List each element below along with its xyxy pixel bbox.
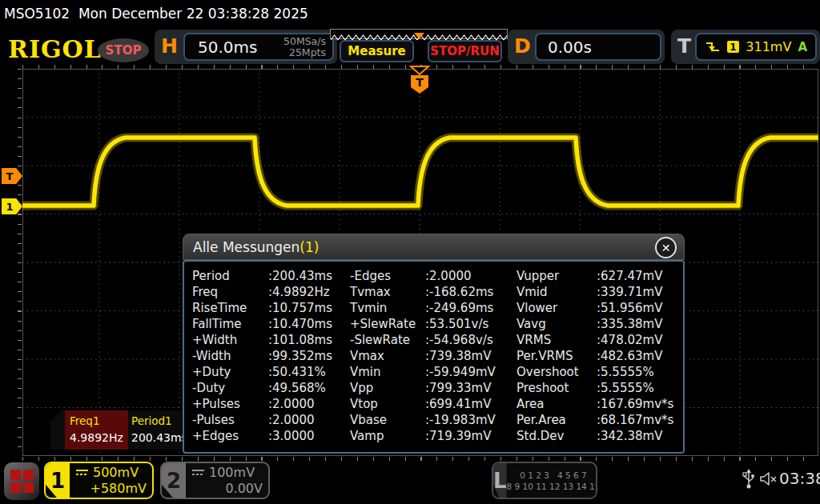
measurement-label: Tvmin bbox=[350, 301, 425, 315]
measurement-label: -Pulses bbox=[192, 413, 268, 427]
measurement-value: :342.38mV bbox=[597, 429, 662, 443]
measurement-row: Std.Dev:342.38mV bbox=[517, 429, 673, 445]
measurement-slot-period1[interactable]: Period1 200.43ms bbox=[128, 410, 183, 450]
channel1-status[interactable]: 1 500mV +580mV bbox=[44, 462, 154, 499]
measurement-slot-name: Period1 bbox=[131, 414, 183, 427]
measurement-label: Vtop bbox=[350, 397, 425, 411]
measurement-value: :-19.983mV bbox=[425, 413, 496, 427]
measurement-value: :719.39mV bbox=[425, 429, 491, 443]
measurement-label: Overshoot bbox=[517, 365, 597, 379]
measurement-label: -Edges bbox=[350, 269, 425, 283]
horizontal-timebase-box[interactable]: H 50.0ms 50MSa/s 25Mpts bbox=[155, 30, 337, 64]
status-clock: 03:38 bbox=[779, 469, 820, 488]
measurement-row: -Edges:2.0000 bbox=[350, 269, 496, 285]
logic-row-1: 0 1 2 3 4 5 6 7 bbox=[507, 470, 597, 481]
channel2-status[interactable]: 2 100mV 0.00V bbox=[160, 462, 270, 499]
measurement-label: Vupper bbox=[517, 269, 597, 283]
dc-coupling-icon bbox=[191, 469, 205, 477]
measurement-label: Vlower bbox=[517, 301, 597, 315]
measurement-row: -Duty:49.568% bbox=[192, 381, 332, 397]
measurement-value: :99.352ms bbox=[268, 349, 332, 363]
measurement-value: :-168.62ms bbox=[425, 285, 493, 299]
horizontal-delay-box[interactable]: D 0.00s bbox=[508, 30, 665, 64]
measurement-column-1: Period:200.43msFreq:4.9892HzRiseTime:10.… bbox=[192, 269, 332, 445]
measurement-label: Vmax bbox=[350, 349, 425, 363]
measurement-label: VRMS bbox=[517, 333, 597, 347]
measurement-value: :2.0000 bbox=[268, 413, 315, 427]
h-label: H bbox=[161, 34, 178, 58]
trigger-box[interactable]: T 1 311mV A bbox=[671, 30, 820, 64]
measurement-row: Area:167.69mv*s bbox=[517, 397, 673, 413]
sample-rate-depth: 50MSa/s 25Mpts bbox=[283, 36, 332, 58]
measurement-label: Freq bbox=[192, 285, 268, 299]
measurement-row: +Edges:3.0000 bbox=[192, 429, 332, 445]
measurement-value: :10.757ms bbox=[268, 301, 332, 315]
measurement-row: -SlewRate:-54.968v/s bbox=[350, 333, 496, 349]
measurement-slot-value: 200.43ms bbox=[131, 431, 183, 444]
measurement-row: Vtop:699.41mV bbox=[350, 397, 496, 413]
measurement-row: Vmax:739.38mV bbox=[350, 349, 496, 365]
measurement-row: Period:200.43ms bbox=[192, 269, 332, 285]
measurement-value: :2.0000 bbox=[268, 397, 315, 411]
measurement-label: Vmin bbox=[350, 365, 425, 379]
measurement-row: Per.VRMS:482.63mV bbox=[517, 349, 673, 365]
channel1-values: 500mV +580mV bbox=[70, 463, 152, 498]
logic-channels: 0 1 2 3 4 5 6 7 8 9 10 11 12 13 14 15 bbox=[507, 463, 597, 498]
measurement-label: +SlewRate bbox=[350, 317, 425, 331]
channel1-number: 1 bbox=[46, 463, 70, 498]
measurement-label: Vpp bbox=[350, 381, 425, 395]
logic-analyzer-status[interactable]: L 0 1 2 3 4 5 6 7 8 9 10 11 12 13 14 15 bbox=[492, 462, 597, 499]
measurement-results-bar: Freq1 4.9892Hz Period1 200.43ms bbox=[50, 410, 183, 450]
measurement-row: Tvmax:-168.62ms bbox=[350, 285, 496, 301]
channel2-number: 2 bbox=[162, 463, 186, 498]
delay-inner: 0.00s bbox=[535, 33, 661, 61]
quick-menu-button[interactable] bbox=[4, 462, 39, 500]
measurement-row: Overshoot:5.5555% bbox=[517, 365, 673, 381]
measurement-value: :10.470ms bbox=[268, 317, 332, 331]
measurement-label: -Duty bbox=[192, 381, 268, 395]
measurement-label: Period bbox=[192, 269, 268, 283]
stop-run-button[interactable]: STOP/RUN bbox=[428, 40, 502, 62]
measurement-label: +Width bbox=[192, 333, 268, 347]
measurement-slot-freq1[interactable]: Freq1 4.9892Hz bbox=[65, 410, 128, 450]
measurement-value: :50.431% bbox=[268, 365, 326, 379]
measurement-value: :200.43ms bbox=[268, 269, 332, 283]
measurement-row: Vbase:-19.983mV bbox=[350, 413, 496, 429]
oscilloscope-screen: MSO5102 Mon December 22 03:38:28 2025 RI… bbox=[0, 0, 820, 504]
rigol-logo: RIGOL bbox=[8, 35, 102, 63]
measurement-row: -Width:99.352ms bbox=[192, 349, 332, 365]
logic-row-2: 8 9 10 11 12 13 14 15 bbox=[507, 481, 597, 492]
trigger-position-marker[interactable]: T bbox=[408, 66, 431, 96]
measurement-row: Vavg:335.38mV bbox=[517, 317, 673, 333]
measurement-row: +Duty:50.431% bbox=[192, 365, 332, 381]
measurement-label: FallTime bbox=[192, 317, 268, 331]
channel1-waveform bbox=[22, 138, 818, 206]
measurement-row: Vlower:51.956mV bbox=[517, 301, 673, 317]
measurement-value: :-59.949mV bbox=[425, 365, 496, 379]
measure-button[interactable]: Measure bbox=[340, 40, 414, 62]
measurement-row: RiseTime:10.757ms bbox=[192, 301, 332, 317]
measurement-label: Area bbox=[517, 397, 597, 411]
measurement-label: Vavg bbox=[517, 317, 597, 331]
measurement-value: :339.71mV bbox=[597, 285, 662, 299]
measurement-label: +Edges bbox=[192, 429, 268, 443]
measurement-value: :4.9892Hz bbox=[268, 285, 330, 299]
measurement-row: Vupper:627.47mV bbox=[517, 269, 673, 285]
measurement-value: :478.02mV bbox=[597, 333, 662, 347]
grid-ticks-bottom bbox=[22, 457, 818, 461]
measurement-label: -Width bbox=[192, 349, 268, 363]
measurement-label: -SlewRate bbox=[350, 333, 425, 347]
waveform-position-indicator[interactable] bbox=[330, 29, 508, 39]
measurement-value: :627.47mV bbox=[597, 269, 662, 283]
d-label: D bbox=[514, 34, 531, 58]
trigger-inner: 1 311mV A bbox=[695, 33, 817, 61]
close-icon[interactable]: ✕ bbox=[655, 237, 677, 258]
measurement-slot-name: Freq1 bbox=[70, 414, 128, 427]
measurement-value: :-249.69ms bbox=[425, 301, 493, 315]
measurement-value: :5.5555% bbox=[597, 365, 654, 379]
measurement-row: Per.Area:68.167mv*s bbox=[517, 413, 673, 429]
measurement-value: :482.63mV bbox=[597, 349, 662, 363]
measurement-row: +Pulses:2.0000 bbox=[192, 397, 332, 413]
acquisition-state-badge: STOP bbox=[98, 38, 149, 62]
model-datetime: MSO5102 Mon December 22 03:38:28 2025 bbox=[0, 0, 820, 26]
